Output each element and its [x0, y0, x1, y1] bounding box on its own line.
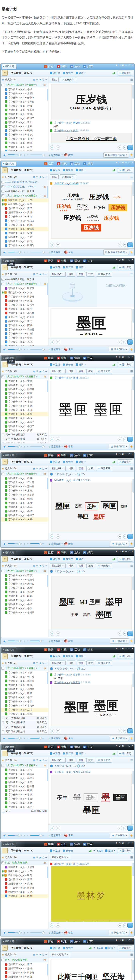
tree-toggle[interactable]: -: [2, 185, 4, 188]
feedback-icon[interactable]: ◻: [119, 939, 120, 942]
channel-tree-row[interactable]: -周五 标志 海报 品牌28: [1, 958, 48, 963]
member-row[interactable]: K 歌小力·~¦a_a¦~·巧克力: [1, 219, 48, 223]
search-icon[interactable]: Q: [42, 953, 44, 956]
mic-toolbar-button[interactable]: 排队: [67, 758, 75, 763]
emoticon-icon[interactable]: ☺: [50, 243, 54, 247]
background-music-button[interactable]: ♪背景音乐 ▼: [49, 542, 63, 546]
microphone-icon[interactable]: ♁: [24, 931, 25, 934]
tree-toggle[interactable]: -: [2, 861, 4, 864]
schedule-row[interactable]: 周三 字体设计分享晚 8:30点: [1, 442, 48, 443]
location-icon[interactable]: ⚲: [36, 953, 38, 956]
member-row[interactable]: 频道管理·~¦a_a¦~·吴 旭: [1, 299, 48, 303]
member-row[interactable]: 字体传奇·~¦a_a¦~·孙芯慧: [1, 493, 48, 497]
background-music-button[interactable]: ♪背景音乐 ▼: [49, 153, 63, 157]
search-icon[interactable]: Q: [42, 662, 44, 664]
member-row[interactable]: 字体传奇·~¦a_a¦~·孙芯慧: [1, 784, 48, 789]
nav-item[interactable]: ⌂推荐: [44, 453, 53, 457]
mic-toolbar-button[interactable]: 禁排: [77, 466, 85, 471]
mic-toolbar-button[interactable]: 放麦: [86, 758, 95, 763]
plane-ticket-link[interactable]: ✈飞机票: [93, 849, 103, 853]
speaker-icon[interactable]: ◄): [3, 153, 6, 157]
welcome-page-link[interactable]: 欢迎页: [50, 752, 60, 755]
speaker-icon[interactable]: ◄): [3, 445, 6, 448]
person-icon[interactable]: ☻: [39, 176, 41, 178]
nav-item[interactable]: ☻好友: [83, 453, 93, 457]
location-icon[interactable]: ⚲: [36, 78, 38, 81]
microphone-icon[interactable]: ♁: [24, 542, 25, 545]
chevron-down-icon[interactable]: ▼: [8, 461, 10, 463]
skin-icon[interactable]: ❖: [116, 64, 118, 67]
channel-tree-row[interactable]: -｜大 厅 挂 机 KTV（天籁神音）｜34: [1, 764, 48, 768]
window-titlebar[interactable]: 返回大厅 ⌂推荐▣特权▦活动☻好友 ❖◻▣—▢✕: [1, 647, 134, 653]
person-icon[interactable]: ☻: [39, 370, 41, 372]
maximize-icon[interactable]: ▢: [128, 356, 130, 358]
lightning-icon[interactable]: ϟ: [130, 639, 132, 643]
member-row[interactable]: 字体传奇·~¦a_a¦~·程桂玲: [1, 480, 48, 485]
member-row[interactable]: 字体传奇·~¦a_a¦~·晓 晓: [1, 391, 48, 396]
mic-toolbar-button[interactable]: ⊙展开麦序: [96, 660, 112, 665]
album-icon[interactable]: ▦: [33, 176, 35, 178]
record-button[interactable]: 录音: [64, 445, 73, 448]
speak-mode-button[interactable]: ☻自由说话 ▼: [110, 638, 129, 644]
export-icon[interactable]: ➦: [46, 856, 47, 859]
record-button[interactable]: 录音: [64, 153, 73, 157]
speak-mode-button[interactable]: ☻自由说话 ▼: [110, 541, 129, 546]
chat-scrollbar[interactable]: [132, 182, 134, 196]
mic-slider[interactable]: [30, 349, 44, 350]
channel-tree-row[interactable]: -====>>交 流 社 区 -Oooo--30: [1, 185, 48, 189]
microphone-icon[interactable]: ♁: [24, 251, 25, 254]
screenshot-scissors-icon[interactable]: ✂: [56, 729, 60, 733]
message-sender[interactable]: 场控总监·~¦a_a¦~·小 杰: [54, 182, 78, 185]
microphone-icon[interactable]: ♁: [24, 640, 25, 643]
member-row[interactable]: 字体传奇·~¦a_a¦~·程桂玲: [1, 772, 48, 776]
speaker-icon[interactable]: ◄): [3, 640, 6, 643]
member-row[interactable]: 字体传奇·~¦a_a¦~·水 镜: [1, 780, 48, 784]
room-avatar[interactable]: 字: [2, 848, 8, 853]
chat-messages[interactable]: 墨匣— MO·XIA —: [49, 307, 134, 338]
restore-icon[interactable]: ▣: [122, 64, 124, 67]
schedule-row[interactable]: 周三 字体设计分享晚 8:30点: [1, 725, 48, 730]
member-list-scrollbar[interactable]: [47, 89, 48, 100]
schedule-row[interactable]: 周五标志 海报 品牌: [1, 809, 48, 814]
chevron-down-icon[interactable]: ▼: [8, 947, 10, 949]
welcome-page-link[interactable]: 欢迎页: [50, 849, 60, 853]
member-list-scrollbar[interactable]: [47, 478, 48, 489]
volume-slider[interactable]: [8, 349, 22, 350]
layout-grid-icon[interactable]: [130, 662, 133, 664]
member-row[interactable]: 字体传奇·~¦a_a¦~·小 沛: [1, 509, 48, 513]
export-icon[interactable]: ➦: [46, 953, 47, 956]
member-row[interactable]: 字体传奇·~¦a_a¦~·晓 晓: [1, 129, 48, 133]
send-options-icon[interactable]: ▾: [123, 923, 126, 928]
nav-item[interactable]: ⌂推荐: [44, 648, 53, 652]
member-row[interactable]: 字体传奇·~¦a_a¦~·龙 阁: [1, 379, 48, 383]
close-icon[interactable]: ✕: [132, 161, 133, 164]
member-row[interactable]: 字体传奇·~¦a_a¦~·妞 妞: [1, 712, 48, 716]
screenshot-scissors-icon[interactable]: ✂: [56, 243, 60, 247]
volume-slider[interactable]: [8, 446, 22, 447]
nav-item[interactable]: ☻好友: [83, 745, 93, 749]
member-row[interactable]: 频道管理·~¦a_a¦~·吴 旭: [1, 210, 48, 215]
location-icon[interactable]: ⚲: [36, 370, 38, 372]
member-row[interactable]: 字体传奇·~¦a_a¦~·水 镜: [1, 488, 48, 493]
chat-image[interactable]: 墨匣— MO·XIA —: [51, 308, 132, 338]
album-icon[interactable]: ▦: [33, 370, 35, 372]
chevron-down-icon[interactable]: ▼: [8, 850, 10, 852]
send-options-icon[interactable]: ▾: [123, 340, 126, 344]
message-sender[interactable]: 字体传奇·~¦a_a¦~·南极星: [54, 121, 80, 124]
channel-tree-row[interactable]: -｜大 厅 挂 机 KTV（天籁神音）｜31: [1, 83, 48, 88]
schedule-row[interactable]: 周二 字体设计中级晚 8:30点: [1, 437, 48, 442]
invite-link[interactable]: 邀请 ▼: [75, 557, 86, 561]
invite-link[interactable]: 邀请 ▼: [75, 655, 86, 658]
chat-bubble-button[interactable]: …: [127, 728, 133, 733]
back-to-lobby-button[interactable]: 返回大厅: [2, 648, 16, 652]
nav-item[interactable]: ▦活动: [70, 453, 80, 457]
member-list[interactable]: -｜大 厅 挂 机 KTV（天籁神音）｜34字体传奇·~¦a_a¦~·不 笑字体…: [1, 666, 48, 734]
maximize-icon[interactable]: ▢: [128, 745, 130, 747]
chat-messages[interactable]: 场控总监·~¦a_a¦~·小 杰22:24:42压岁钱QIAN QIAN 有钞票…: [49, 180, 134, 241]
mic-toolbar-button[interactable]: 禁排: [77, 660, 85, 665]
restore-icon[interactable]: ▣: [122, 648, 124, 650]
tree-toggle[interactable]: -: [2, 667, 4, 670]
invite-link[interactable]: 邀请 ▼: [75, 363, 86, 366]
feedback-icon[interactable]: ◻: [119, 259, 120, 261]
minimize-icon[interactable]: —: [125, 842, 127, 844]
